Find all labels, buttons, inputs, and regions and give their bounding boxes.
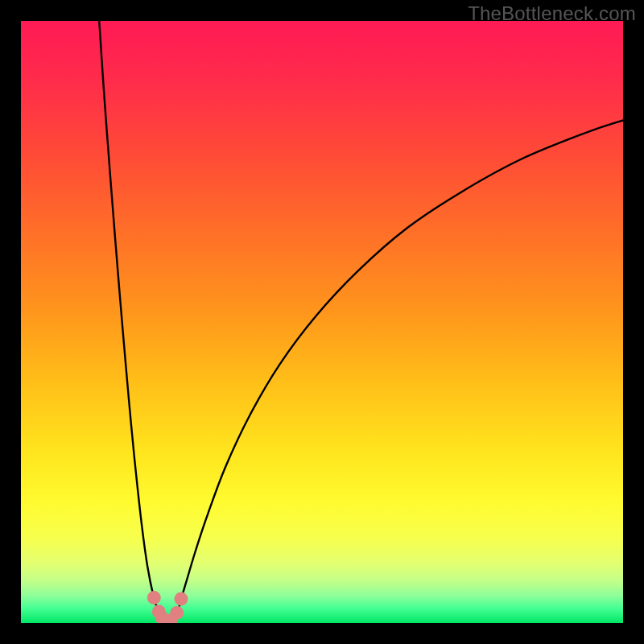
scatter-dot — [174, 592, 188, 606]
plot-background — [21, 21, 623, 623]
scatter-dot — [170, 606, 184, 620]
watermark-text: TheBottleneck.com — [468, 2, 636, 25]
scatter-dot — [147, 591, 161, 605]
chart-frame: TheBottleneck.com — [0, 0, 644, 644]
bottleneck-chart — [21, 21, 623, 623]
